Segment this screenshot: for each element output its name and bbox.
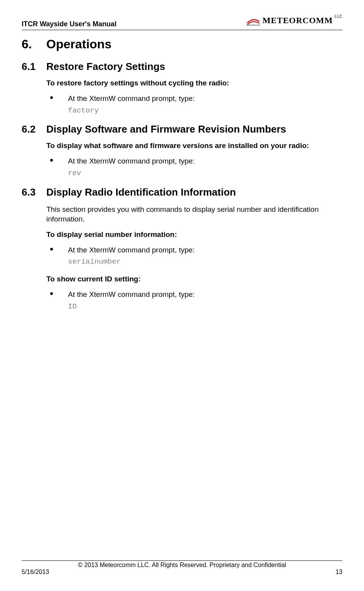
- footer-date: 5/16/2013: [22, 569, 49, 576]
- intro-text: This section provides you with commands …: [46, 204, 342, 224]
- footer-rule: [22, 560, 342, 561]
- company-name: METEORCOMM: [262, 15, 333, 25]
- h1-number: 6.: [22, 37, 46, 51]
- h2-title: Restore Factory Settings: [46, 61, 165, 72]
- bullet-icon: [50, 292, 53, 295]
- heading-6-1: 6.1Restore Factory Settings: [22, 61, 342, 73]
- bullet-icon: [50, 159, 53, 162]
- footer-page-number: 13: [335, 569, 342, 576]
- h2-number: 6.1: [22, 61, 46, 73]
- bullet-icon: [50, 248, 53, 250]
- heading-1: 6.Operations: [22, 37, 342, 51]
- list-item: At the XtermW command prompt, type: ID: [46, 290, 342, 312]
- bullet-list: At the XtermW command prompt, type: rev: [46, 156, 342, 178]
- company-suffix: LLC: [335, 14, 342, 19]
- heading-6-3: 6.3Display Radio Identification Informat…: [22, 186, 342, 198]
- lead-text: To display serial number information:: [46, 230, 342, 239]
- list-item: At the XtermW command prompt, type: fact…: [46, 94, 342, 116]
- h1-title: Operations: [46, 37, 112, 51]
- step-text: At the XtermW command prompt, type:: [68, 290, 195, 298]
- meteorcomm-swoosh-icon: [246, 15, 260, 26]
- step-text: At the XtermW command prompt, type:: [68, 94, 195, 102]
- command-text: ID: [68, 302, 342, 312]
- header-rule: [22, 30, 342, 30]
- step-text: At the XtermW command prompt, type:: [68, 246, 195, 254]
- step-text: At the XtermW command prompt, type:: [68, 157, 195, 165]
- h2-title: Display Software and Firmware Revision N…: [46, 123, 286, 135]
- command-text: serialnumber: [68, 257, 342, 267]
- bullet-icon: [50, 96, 53, 99]
- command-text: factory: [68, 106, 342, 116]
- lead-text: To show current ID setting:: [46, 275, 342, 283]
- h2-number: 6.2: [22, 123, 46, 135]
- heading-6-2: 6.2Display Software and Firmware Revisio…: [22, 123, 342, 135]
- lead-text: To restore factory settings without cycl…: [46, 79, 342, 87]
- bullet-list: At the XtermW command prompt, type: ID: [46, 290, 342, 312]
- page-footer: © 2013 Meteorcomm LLC. All Rights Reserv…: [22, 560, 342, 576]
- company-logo: METEORCOMM LLC: [246, 15, 342, 26]
- command-text: rev: [68, 169, 342, 179]
- lead-text: To display what software and firmware ve…: [46, 141, 342, 150]
- doc-title: ITCR Wayside User's Manual: [22, 15, 117, 28]
- list-item: At the XtermW command prompt, type: seri…: [46, 245, 342, 267]
- h2-number: 6.3: [22, 186, 46, 198]
- footer-copyright: © 2013 Meteorcomm LLC. All Rights Reserv…: [22, 562, 342, 569]
- h2-title: Display Radio Identification Information: [46, 186, 236, 198]
- bullet-list: At the XtermW command prompt, type: fact…: [46, 94, 342, 116]
- list-item: At the XtermW command prompt, type: rev: [46, 156, 342, 178]
- page-header: ITCR Wayside User's Manual METEORCOMM LL…: [22, 15, 342, 28]
- bullet-list: At the XtermW command prompt, type: seri…: [46, 245, 342, 267]
